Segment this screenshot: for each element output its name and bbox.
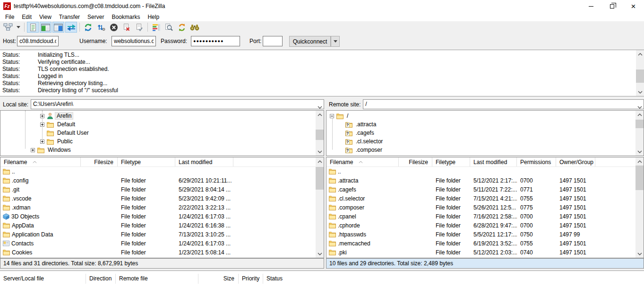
scroll-up-icon[interactable] [636,50,644,58]
scroll-down-icon[interactable] [316,148,324,156]
column-header-filesize[interactable]: Filesize [81,157,118,166]
cancel-operation-button[interactable] [108,22,120,33]
password-input[interactable] [191,36,240,46]
tree-item--attracta[interactable]: ?.attracta [326,120,644,129]
file-row--cpanel[interactable]: .cpanelFile folder7/16/2021 2:58:...0700… [326,212,644,221]
reconnect-button[interactable] [133,22,145,33]
local-tree-scrollbar[interactable] [316,111,324,156]
file-row--pki[interactable]: .pkiFile folder5/12/2021 2:03:...0740149… [326,248,644,257]
menu-edit[interactable]: Edit [18,13,35,21]
file-row-3d-objects[interactable]: 3D ObjectsFile folder1/24/2021 6:17:03 .… [0,212,324,221]
expand-icon[interactable] [40,139,44,144]
file-row--xdman[interactable]: .xdmanFile folder2/22/2021 3:22:13 ... [0,203,324,212]
menu-view[interactable]: View [35,13,55,21]
remote-tree-scrollbar[interactable] [635,111,644,156]
restore-button[interactable] [601,0,623,12]
file-row--[interactable]: .. [326,167,644,176]
site-manager-button[interactable] [2,22,14,33]
toggle-message-log-button[interactable] [27,22,39,33]
collapse-icon[interactable] [330,114,334,118]
tree-item-windows[interactable]: Windows [0,146,324,154]
queue-column-header-direction[interactable]: Direction [86,274,116,284]
file-row--git[interactable]: .gitFile folder5/29/2021 8:04:14 ... [0,185,324,194]
file-row-contacts[interactable]: ContactsFile folder1/24/2021 6:17:03 ... [0,239,324,248]
column-header-filename[interactable]: Filename [326,157,399,166]
file-row--vscode[interactable]: .vscodeFile folder5/23/2021 9:42:09 ... [0,194,324,203]
column-header-last-modified[interactable]: Last modified [470,157,517,166]
menu-file[interactable]: File [1,13,18,21]
file-row-cookies[interactable]: CookiesFile folder1/23/2021 5:08:14 ... [0,248,324,257]
tree-item--cl-selector[interactable]: ?.cl.selector [326,137,644,146]
toggle-transfer-queue-button[interactable] [65,22,77,33]
column-header-permissions[interactable]: Permissions [517,157,556,166]
remote-list-scrollbar[interactable] [635,157,644,258]
scroll-down-icon[interactable] [635,148,644,156]
tree-item-arefin[interactable]: Arefin [0,112,324,120]
username-input[interactable] [112,36,156,46]
toggle-local-tree-button[interactable] [40,22,52,33]
tree-item-default[interactable]: Default [0,120,324,129]
queue-column-header-remote-file[interactable]: Remote file [116,274,198,284]
file-row-appdata[interactable]: AppDataFile folder1/24/2021 6:16:38 ... [0,221,324,230]
column-header-filetype[interactable]: Filetype [118,157,175,166]
file-row--[interactable]: .. [0,167,324,176]
refresh-button[interactable] [82,22,94,33]
file-row--composer[interactable]: .composerFile folder5/26/2021 12:5...077… [326,203,644,212]
filter-button[interactable] [189,22,200,33]
scroll-down-icon[interactable] [636,88,644,96]
menu-server[interactable]: Server [84,13,108,21]
menu-help[interactable]: Help [144,13,163,21]
file-row-application-data[interactable]: Application DataFile folder7/13/2021 3:1… [0,230,324,239]
process-queue-button[interactable] [95,22,107,33]
scroll-up-icon[interactable] [316,111,324,119]
site-manager-dropdown-button[interactable] [15,22,22,33]
scroll-up-icon[interactable] [635,111,644,119]
expand-icon[interactable] [40,122,44,127]
local-list-scrollbar[interactable] [316,157,324,258]
scroll-up-icon[interactable] [316,157,324,166]
file-row--memcached[interactable]: .memcachedFile folder6/19/2021 3:52:...0… [326,239,644,248]
queue-column-header-priority[interactable]: Priority [239,274,263,284]
column-header-last-modified[interactable]: Last modified [175,157,233,166]
tree-item--composer[interactable]: ?.composer [326,146,644,154]
file-row--cphorde[interactable]: .cphordeFile folder6/28/2021 9:47:...070… [326,221,644,230]
column-header-filetype[interactable]: Filetype [432,157,470,166]
tree-item--cagefs[interactable]: ?.cagefs [326,129,644,137]
remote-site-combobox[interactable]: / [363,99,644,109]
menu-bookmarks[interactable]: Bookmarks [108,13,144,21]
find-files-button[interactable] [163,22,175,33]
file-row--config[interactable]: .configFile folder6/29/2021 10:21:11... [0,176,324,185]
menu-transfer[interactable]: Transfer [55,13,84,21]
directory-comparison-button[interactable] [150,22,162,33]
log-message: Retrieving directory listing... [38,80,107,87]
port-input[interactable] [263,36,283,46]
quickconnect-dropdown-button[interactable] [331,36,340,47]
message-log-scrollbar[interactable] [636,50,644,96]
quickconnect-button[interactable]: Quickconnect [289,36,331,47]
tree-item--[interactable]: / [326,112,644,120]
close-button[interactable]: × [623,0,644,12]
file-row--htpasswds[interactable]: .htpasswdsFile folder5/5/2021 12:17:...0… [326,230,644,239]
file-row--cl-selector[interactable]: .cl.selectorFile folder7/15/2021 4:21:..… [326,194,644,203]
toggle-remote-tree-button[interactable] [52,22,64,33]
file-row--cagefs[interactable]: .cagefsFile folder5/11/2021 7:22:...0771… [326,185,644,194]
tree-item-default-user[interactable]: Default User [0,129,324,137]
column-header-owner-group[interactable]: Owner/Group [556,157,595,166]
expand-icon[interactable] [31,148,35,152]
disconnect-button[interactable] [120,22,132,33]
local-site-combobox[interactable]: C:\Users\Arefin\ [31,99,324,109]
column-header-filename[interactable]: Filename [0,157,81,166]
expand-icon[interactable] [40,114,44,118]
queue-column-header-size[interactable]: Size [198,274,239,284]
minimize-button[interactable] [580,0,601,12]
column-header-filesize[interactable]: Filesize [399,157,432,166]
scroll-down-icon[interactable] [316,250,324,258]
file-row--attracta[interactable]: .attractaFile folder5/12/2021 2:17:...07… [326,176,644,185]
queue-column-header-server-local-file[interactable]: Server/Local file [0,274,86,284]
queue-column-header-status[interactable]: Status [263,274,644,284]
scroll-up-icon[interactable] [635,157,644,166]
synchronized-browsing-button[interactable] [176,22,188,33]
host-input[interactable] [17,36,59,46]
scroll-down-icon[interactable] [635,250,644,258]
tree-item-public[interactable]: Public [0,137,324,146]
